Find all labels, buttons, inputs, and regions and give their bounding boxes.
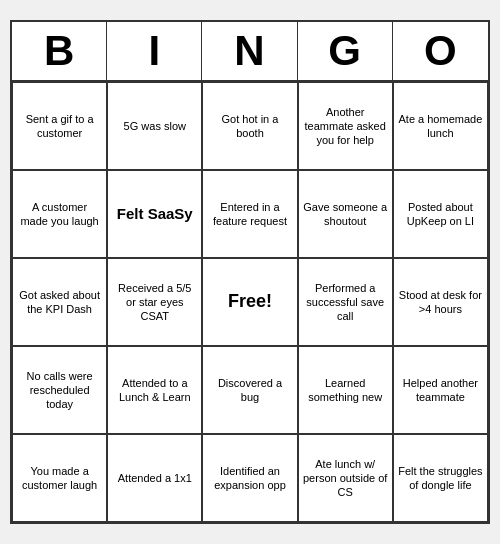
bingo-cell-16[interactable]: Attended to a Lunch & Learn <box>107 346 202 434</box>
bingo-cell-5[interactable]: A customer made you laugh <box>12 170 107 258</box>
bingo-cell-0[interactable]: Sent a gif to a customer <box>12 82 107 170</box>
bingo-letter-n: N <box>202 22 297 80</box>
bingo-letter-g: G <box>298 22 393 80</box>
bingo-cell-20[interactable]: You made a customer laugh <box>12 434 107 522</box>
bingo-cell-1[interactable]: 5G was slow <box>107 82 202 170</box>
bingo-cell-12[interactable]: Free! <box>202 258 297 346</box>
bingo-cell-17[interactable]: Discovered a bug <box>202 346 297 434</box>
bingo-cell-6[interactable]: Felt SaaSy <box>107 170 202 258</box>
bingo-cell-8[interactable]: Gave someone a shoutout <box>298 170 393 258</box>
bingo-cell-22[interactable]: Identified an expansion opp <box>202 434 297 522</box>
bingo-cell-10[interactable]: Got asked about the KPI Dash <box>12 258 107 346</box>
bingo-cell-11[interactable]: Received a 5/5 or star eyes CSAT <box>107 258 202 346</box>
bingo-card: BINGO Sent a gif to a customer5G was slo… <box>10 20 490 524</box>
bingo-cell-3[interactable]: Another teammate asked you for help <box>298 82 393 170</box>
bingo-cell-2[interactable]: Got hot in a booth <box>202 82 297 170</box>
bingo-letter-b: B <box>12 22 107 80</box>
bingo-letter-i: I <box>107 22 202 80</box>
bingo-cell-7[interactable]: Entered in a feature request <box>202 170 297 258</box>
bingo-header: BINGO <box>12 22 488 82</box>
bingo-cell-15[interactable]: No calls were rescheduled today <box>12 346 107 434</box>
bingo-cell-21[interactable]: Attended a 1x1 <box>107 434 202 522</box>
bingo-cell-13[interactable]: Performed a successful save call <box>298 258 393 346</box>
bingo-cell-14[interactable]: Stood at desk for >4 hours <box>393 258 488 346</box>
bingo-cell-24[interactable]: Felt the struggles of dongle life <box>393 434 488 522</box>
bingo-cell-18[interactable]: Learned something new <box>298 346 393 434</box>
bingo-letter-o: O <box>393 22 488 80</box>
bingo-cell-23[interactable]: Ate lunch w/ person outside of CS <box>298 434 393 522</box>
bingo-cell-19[interactable]: Helped another teammate <box>393 346 488 434</box>
bingo-cell-4[interactable]: Ate a homemade lunch <box>393 82 488 170</box>
bingo-cell-9[interactable]: Posted about UpKeep on LI <box>393 170 488 258</box>
bingo-grid: Sent a gif to a customer5G was slowGot h… <box>12 82 488 522</box>
